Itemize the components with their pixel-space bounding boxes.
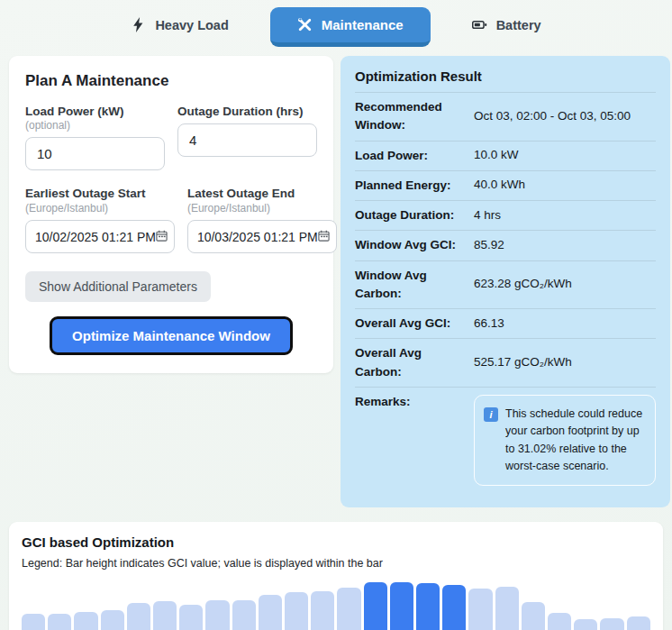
latest-end-timezone: (Europe/Istanbul) (187, 202, 337, 215)
chart-title: GCI based Optimization (22, 534, 650, 550)
chart-column: 72 (259, 595, 282, 630)
chart-column: 66 (232, 600, 256, 630)
chart-column: 61 (179, 605, 203, 630)
latest-end-datetime-picker[interactable]: 10/03/2025 01:21 PM (187, 220, 337, 253)
calendar-icon (156, 229, 168, 245)
result-row-load-power: Load Power: 10.0 kW (355, 141, 656, 170)
load-power-field-group: Load Power (kW) (optional) (25, 105, 165, 170)
chart-column: 64 (522, 602, 545, 630)
remarks-label: Remarks: (355, 393, 474, 411)
earliest-start-value: 10/02/2025 01:21 PM (35, 230, 156, 244)
outage-duration-input[interactable] (177, 123, 317, 157)
tools-icon (297, 17, 313, 32)
chart-bar: 72 (259, 595, 282, 630)
result-row-remarks: Remarks: i This schedule could reduce yo… (355, 387, 656, 492)
chart-column: 50 (22, 614, 45, 630)
outage-duration-field-group: Outage Duration (hrs) (177, 105, 317, 170)
tab-battery[interactable]: Battery (456, 7, 558, 42)
result-row-planned-energy: Planned Energy: 40.0 kWh (355, 170, 656, 200)
earliest-start-timezone: (Europe/Istanbul) (25, 202, 175, 215)
gci-chart-card: GCI based Optimization Legend: Bar heigh… (9, 522, 663, 630)
chart-bar: 52 (548, 613, 571, 630)
result-row-window-avg-gci: Window Avg GCI: 85.92 (355, 230, 656, 260)
chart-column: 53 (74, 612, 97, 630)
chart-bar: 50 (48, 614, 71, 630)
optimization-result-panel: Optimization Result Recommended Window: … (341, 56, 670, 507)
chart-column: 65 (153, 601, 177, 630)
gci-chart: 5050535563656166667275768087878684798164… (22, 581, 650, 630)
latest-end-value: 10/03/2025 01:21 PM (197, 230, 318, 244)
lightning-icon (131, 17, 146, 32)
chart-bar: 79 (468, 589, 492, 630)
result-title: Optimization Result (355, 68, 656, 92)
latest-end-field-group: Latest Outage End (Europe/Istanbul) 10/0… (187, 187, 337, 253)
show-additional-parameters-button[interactable]: Show Additional Parameters (25, 271, 211, 302)
result-row-outage-duration: Outage Duration: 4 hrs (355, 200, 656, 230)
chart-bar: 75 (285, 592, 308, 630)
chart-column: 75 (285, 592, 308, 630)
chart-bar: 44 (574, 619, 597, 630)
chart-bar: 86 (416, 583, 440, 630)
chart-bar: 55 (101, 610, 124, 630)
tab-heavy-load[interactable]: Heavy Load (114, 7, 244, 42)
chart-bar: 66 (232, 600, 256, 630)
chart-column: 52 (548, 613, 571, 630)
info-icon: i (484, 407, 498, 422)
tab-label: Battery (496, 18, 541, 32)
maintenance-form-card: Plan A Maintenance Load Power (kW) (opti… (9, 56, 333, 373)
result-row-window-avg-carbon: Window Avg Carbon: 623.28 gCO₂/kWh (355, 260, 656, 309)
form-title: Plan A Maintenance (25, 72, 317, 90)
optional-hint: (optional) (25, 119, 70, 132)
tab-label: Heavy Load (155, 18, 228, 32)
chart-column: 80 (337, 588, 360, 630)
chart-bar: 76 (311, 591, 334, 630)
remarks-text: This schedule could reduce your carbon f… (505, 406, 646, 476)
chart-legend: Legend: Bar height indicates GCI value; … (22, 557, 650, 570)
tab-bar: Heavy Load Maintenance Battery (0, 0, 672, 50)
chart-column: 44 (574, 619, 597, 630)
chart-bar: 66 (205, 600, 229, 630)
result-row-overall-avg-carbon: Overall Avg Carbon: 525.17 gCO₂/kWh (355, 338, 656, 387)
chart-column: 79 (468, 589, 492, 630)
chart-bar: 61 (179, 605, 203, 630)
load-power-input[interactable] (25, 137, 165, 170)
chart-column: 84 (442, 585, 466, 630)
chart-column: 76 (311, 591, 334, 630)
chart-bar: 45 (600, 618, 623, 630)
chart-column: 66 (205, 600, 229, 630)
chart-bar: 87 (364, 582, 387, 630)
result-row-overall-avg-gci: Overall Avg GCI: 66.13 (355, 308, 656, 338)
chart-column: 63 (127, 603, 150, 630)
earliest-start-datetime-picker[interactable]: 10/02/2025 01:21 PM (25, 220, 175, 253)
remarks-box: i This schedule could reduce your carbon… (474, 395, 656, 487)
battery-icon (472, 17, 487, 32)
chart-column: 86 (416, 583, 440, 630)
chart-bar: 53 (74, 612, 97, 630)
calendar-icon (318, 229, 330, 245)
chart-bar: 63 (127, 603, 150, 630)
load-power-label: Load Power (kW) (optional) (25, 105, 165, 132)
chart-column: 45 (600, 618, 623, 630)
chart-bar: 80 (337, 588, 360, 630)
result-row-recommended-window: Recommended Window: Oct 03, 02:00 - Oct … (355, 92, 656, 141)
chart-bar: 64 (522, 602, 545, 630)
tab-maintenance[interactable]: Maintenance (270, 7, 431, 47)
chart-column: 87 (390, 582, 413, 630)
chart-bar: 47 (627, 616, 650, 630)
earliest-start-label: Earliest Outage Start (25, 187, 175, 200)
optimize-maintenance-window-button[interactable]: Optimize Maintenance Window (50, 316, 293, 355)
chart-column: 87 (364, 582, 387, 630)
chart-column: 81 (495, 587, 519, 630)
chart-bar: 65 (153, 601, 177, 630)
chart-bar: 81 (495, 587, 519, 630)
chart-column: 47 (627, 616, 650, 630)
outage-duration-label: Outage Duration (hrs) (177, 105, 317, 118)
main-content: Plan A Maintenance Load Power (kW) (opti… (0, 50, 672, 507)
chart-bar: 50 (22, 614, 45, 630)
chart-column: 50 (48, 614, 71, 630)
latest-end-label: Latest Outage End (187, 187, 337, 200)
chart-column: 55 (101, 610, 124, 630)
tab-label: Maintenance (322, 17, 404, 32)
chart-bar: 87 (390, 582, 413, 630)
earliest-start-field-group: Earliest Outage Start (Europe/Istanbul) … (25, 187, 175, 253)
